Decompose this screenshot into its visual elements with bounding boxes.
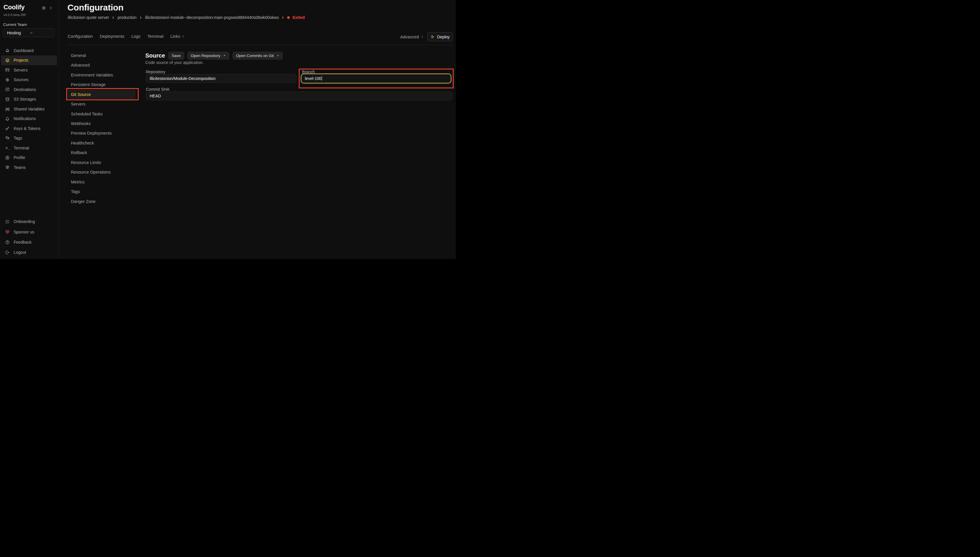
subnav-item-scheduled-tasks[interactable]: Scheduled Tasks	[68, 109, 135, 119]
subnav-item-healthcheck[interactable]: Healthcheck	[68, 138, 135, 148]
subnav-item-webhooks[interactable]: Webhooks	[68, 119, 135, 128]
tab-configuration[interactable]: Configuration	[68, 34, 93, 39]
sidebar-item-dashboard[interactable]: Dashboard	[1, 46, 57, 55]
source-heading-row: Source Save Open Repository Open Commits…	[145, 51, 283, 60]
commit-sha-input[interactable]	[146, 91, 452, 100]
tab-bar: Configuration Deployments Logs Terminal …	[68, 34, 185, 39]
user-circle-icon	[5, 155, 10, 160]
chevron-up-down-icon	[421, 35, 424, 39]
section-description: Code source of your application.	[145, 60, 204, 65]
main-content: Configuration illicitonion quote server …	[59, 0, 456, 259]
subnav-item-metrics[interactable]: Metrics	[68, 177, 135, 187]
sidebar-item-servers[interactable]: Servers	[1, 65, 57, 75]
chevron-right-icon	[112, 16, 115, 19]
subnav-item-git-source[interactable]: Git Source	[68, 90, 135, 99]
server-icon	[5, 67, 10, 72]
sidebar-item-feedback[interactable]: Feedback	[1, 237, 57, 247]
sidebar-item-onboarding[interactable]: Onboarding	[1, 217, 57, 227]
external-link-icon	[276, 54, 279, 57]
repository-input[interactable]	[146, 74, 296, 83]
sidebar-item-teams[interactable]: Teams	[1, 163, 57, 173]
tags-icon	[5, 136, 10, 141]
advanced-dropdown[interactable]: Advanced	[400, 34, 424, 39]
subnav-item-servers[interactable]: Servers	[68, 99, 135, 109]
app-version: v4.0.0-beta.399	[3, 13, 26, 16]
sidebar-item-terminal[interactable]: >_ Terminal	[1, 143, 57, 153]
external-link-icon	[223, 54, 226, 57]
subnav-item-rollback[interactable]: Rollback	[68, 148, 135, 158]
tab-deployments[interactable]: Deployments	[100, 34, 124, 39]
sidebar-item-profile[interactable]: Profile	[1, 153, 57, 163]
team-select[interactable]: Hosting	[3, 28, 55, 37]
subnav-item-danger-zone[interactable]: Danger Zone	[68, 197, 135, 206]
sidebar-item-logout[interactable]: Logout	[1, 248, 57, 257]
sidebar-footer-nav: Onboarding Sponsor us Feedback Logout	[0, 217, 59, 257]
status-badge: Exited	[293, 15, 305, 20]
chevron-right-icon	[139, 16, 142, 19]
subnav-item-resource-operations[interactable]: Resource Operations	[68, 168, 135, 177]
map-icon	[5, 87, 10, 92]
sidebar-item-notifications[interactable]: Notifications	[1, 114, 57, 124]
sidebar: Coolify v4.0.0-beta.399 Current Team Hos…	[0, 0, 59, 259]
bell-icon	[5, 116, 10, 121]
sidebar-item-sponsor[interactable]: Sponsor us	[1, 227, 57, 237]
sidebar-item-sources[interactable]: Sources	[1, 75, 57, 85]
team-select-value: Hosting	[7, 31, 29, 35]
branch-input[interactable]: level-100	[301, 73, 451, 83]
sidebar-nav: Dashboard Projects Servers Sources Desti…	[0, 46, 59, 173]
chevron-right-icon	[281, 16, 284, 19]
chevron-down-icon	[29, 31, 52, 35]
subnav-item-preview-deployments[interactable]: Preview Deployments	[68, 129, 135, 138]
home-icon	[5, 48, 10, 53]
tab-links[interactable]: Links	[170, 34, 185, 39]
logout-icon	[5, 250, 10, 255]
subnav-item-persistent-storage[interactable]: Persistent Storage	[68, 80, 135, 89]
sidebar-item-s3-storages[interactable]: S3 Storages	[1, 94, 57, 104]
breadcrumb: illicitonion quote server production ill…	[68, 15, 305, 20]
section-title: Source	[145, 52, 165, 59]
tab-terminal[interactable]: Terminal	[147, 34, 163, 39]
stack-icon	[5, 58, 10, 63]
settings-subnav: General Advanced Environment Variables P…	[68, 50, 135, 207]
breadcrumb-project[interactable]: illicitonion quote server	[68, 15, 109, 20]
chevron-up-down-icon	[181, 34, 185, 38]
theme-toggle-button[interactable]	[41, 5, 46, 10]
divider	[68, 45, 452, 45]
subnav-item-advanced[interactable]: Advanced	[68, 60, 135, 70]
commit-sha-label: Commit SHA	[146, 87, 169, 91]
app-logo[interactable]: Coolify	[3, 3, 24, 11]
terminal-icon: >_	[5, 146, 10, 150]
subnav-item-tags[interactable]: Tags	[68, 187, 135, 197]
subnav-item-general[interactable]: General	[68, 50, 135, 60]
breadcrumb-environment[interactable]: production	[117, 15, 136, 20]
breadcrumb-application[interactable]: illicitestonion/-module--decomposition:m…	[145, 15, 279, 20]
text-cursor	[322, 76, 322, 81]
database-icon	[5, 97, 10, 102]
open-commits-button[interactable]: Open Commits on Git	[232, 52, 283, 60]
sun-icon	[41, 5, 46, 10]
key-icon	[5, 126, 10, 131]
sidebar-item-shared-variables[interactable]: (x) Shared Variables	[1, 104, 57, 114]
sidebar-item-destinations[interactable]: Destinations	[1, 85, 57, 94]
current-team-label: Current Team	[3, 23, 27, 27]
repository-label: Repository	[146, 70, 165, 74]
theme-selector-button[interactable]	[49, 6, 53, 10]
status-dot	[287, 16, 290, 19]
deploy-button[interactable]: Deploy	[427, 32, 453, 41]
sidebar-item-tags[interactable]: Tags	[1, 134, 57, 143]
sidebar-item-projects[interactable]: Projects	[1, 55, 57, 65]
chevron-up-down-icon	[49, 6, 53, 10]
subnav-item-resource-limits[interactable]: Resource Limits	[68, 158, 135, 167]
checklist-icon	[5, 219, 10, 224]
help-circle-icon	[5, 240, 10, 245]
git-icon	[5, 77, 10, 82]
tab-logs[interactable]: Logs	[132, 34, 140, 39]
open-repository-button[interactable]: Open Repository	[187, 52, 229, 60]
sidebar-item-keys-tokens[interactable]: Keys & Tokens	[1, 124, 57, 134]
users-group-icon	[5, 165, 10, 170]
variable-icon: (x)	[5, 107, 10, 111]
page-title: Configuration	[67, 3, 124, 13]
heart-icon	[5, 230, 10, 234]
save-button[interactable]: Save	[168, 52, 184, 60]
subnav-item-environment-variables[interactable]: Environment Variables	[68, 70, 135, 80]
